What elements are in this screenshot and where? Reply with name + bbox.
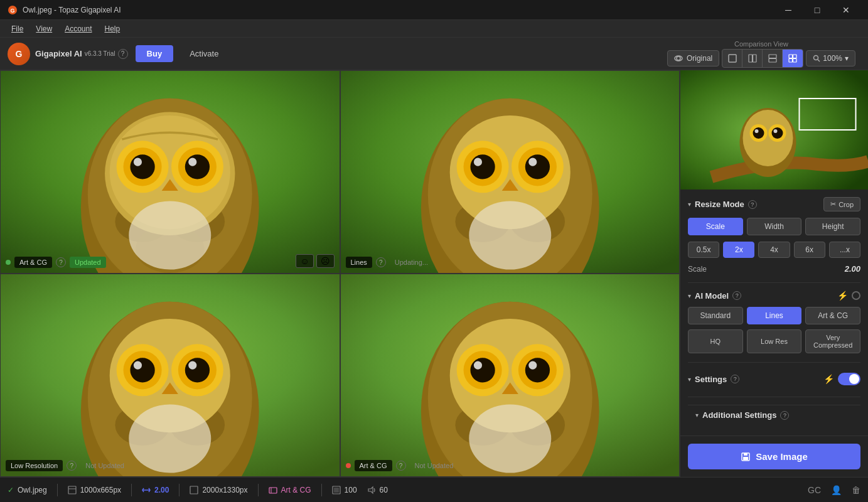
additional-settings-section[interactable]: ▾ Additional Settings ? [688,405,860,425]
cell-1-status: Updated [70,257,106,268]
view-split-v-button[interactable] [763,50,783,67]
window-controls: ─ □ ✕ [774,0,860,20]
title-bar-left: G Owl.jpeg - Topaz Gigapixel AI [8,5,121,15]
crop-button[interactable]: ✂ Crop [823,197,860,211]
close-button[interactable]: ✕ [832,0,860,20]
brand-info: Gigapixel AI v6.3.3 Trial ? [35,49,128,59]
settings-toggle[interactable] [838,373,860,385]
ai-model-header[interactable]: ▾ AI Model ? ⚡ [688,291,860,301]
scale-custom-button[interactable]: ...x [829,242,860,258]
right-panel: ▾ Resize Mode ? ✂ Crop Scale Width Heigh… [680,70,868,477]
svg-point-28 [185,154,210,179]
cell-3-help[interactable]: ? [67,461,77,471]
scale-05x-button[interactable]: 0.5x [688,242,719,258]
svg-rect-97 [190,486,198,494]
title-bar: G Owl.jpeg - Topaz Gigapixel AI ─ □ ✕ [0,0,868,20]
svg-rect-12 [793,58,797,62]
additional-settings-chevron: ▾ [695,412,699,419]
quality-buttons: HQ Low Res Very Compressed [688,329,860,353]
svg-rect-10 [793,55,797,58]
width-button[interactable]: Width [747,218,802,235]
thumbs-down-button[interactable]: ☹ [316,254,335,268]
divider-2 [688,362,860,363]
scale-6x-button[interactable]: 6x [794,242,825,258]
svg-point-77 [473,361,481,370]
artcg-model-button[interactable]: Art & CG [805,307,860,324]
settings-section: ▾ Settings ? ⚡ [688,370,860,388]
divider-1 [688,282,860,283]
view-single-button[interactable] [722,50,742,67]
zoom-chevron: ▾ [845,54,849,63]
scale-button[interactable]: Scale [688,218,743,235]
svg-point-29 [134,158,142,166]
svg-point-45 [473,158,481,166]
buy-button[interactable]: Buy [136,45,174,62]
svg-point-62 [188,361,196,370]
svg-point-78 [528,361,537,370]
svg-rect-5 [749,55,753,62]
lowres-button[interactable]: Low Res [747,329,802,353]
image-cell-2: Lines ? Updating... [340,70,680,274]
model-icon [269,486,277,494]
svg-point-27 [130,154,154,179]
svg-text:G: G [10,8,14,14]
lines-model-button[interactable]: Lines [747,307,802,324]
svg-point-13 [814,55,818,60]
svg-point-75 [470,358,495,382]
trash-icon[interactable]: 🗑 [852,485,860,495]
scale-2x-button[interactable]: 2x [723,242,754,258]
cell-2-help[interactable]: ? [376,257,386,267]
save-image-button[interactable]: Save Image [688,444,860,469]
standard-model-button[interactable]: Standard [688,307,743,324]
cell-1-help[interactable]: ? [56,257,66,267]
menu-file[interactable]: File [5,22,29,36]
svg-rect-4 [729,55,736,62]
activate-button[interactable]: Activate [181,45,227,62]
view-split-h-button[interactable] [742,50,763,67]
zoom-control[interactable]: 100% ▾ [806,50,855,67]
ai-model-title: AI Model [695,291,729,301]
svg-point-44 [525,154,549,179]
settings-help[interactable]: ? [731,375,739,383]
gc-icon[interactable]: GC [808,485,821,495]
output-res-icon [190,486,198,494]
resize-mode-header[interactable]: ▾ Resize Mode ? ✂ Crop [688,197,860,211]
ai-model-help[interactable]: ? [732,291,741,300]
svg-point-80 [469,404,551,473]
header-help-icon[interactable]: ? [118,49,128,59]
resize-mode-chevron: ▾ [688,201,691,208]
svg-point-83 [743,110,793,166]
person-icon[interactable]: 👤 [831,485,842,495]
svg-point-32 [129,201,211,269]
hq-button[interactable]: HQ [688,329,743,353]
bottom-bar: ✓ Owl.jpeg 1000x665px 2.00 2000x1330px A… [0,477,868,502]
check-icon: ✓ [8,486,14,494]
menu-view[interactable]: View [29,22,58,36]
model-display: Art & CG [281,486,311,494]
menu-account[interactable]: Account [58,22,98,36]
additional-settings-help[interactable]: ? [780,411,789,420]
output-resolution: 2000x1330px [190,486,247,494]
menu-help[interactable]: Help [99,22,127,36]
scale-value: 2.00 [845,264,860,274]
minimize-button[interactable]: ─ [774,0,803,20]
original-button[interactable]: Original [667,50,719,67]
cell-3-status: Not Updated [80,460,129,471]
scale-options: 0.5x 2x 4x 6x ...x [688,242,860,258]
owl-svg-2 [341,71,680,273]
resize-mode-help[interactable]: ? [748,200,757,209]
svg-rect-7 [769,55,776,58]
cell-4-help[interactable]: ? [396,461,406,471]
svg-marker-102 [368,487,373,493]
view-quad-button[interactable] [783,50,803,67]
owl-svg-3 [1,274,340,476]
very-compressed-button[interactable]: Very Compressed [805,329,860,353]
cell-2-status: Updating... [390,257,433,268]
height-button[interactable]: Height [805,218,860,235]
scale-4x-button[interactable]: 4x [758,242,790,258]
cell-4-indicator [346,463,351,468]
cell-2-label: Lines ? Updating... [346,257,434,268]
zoom-icon [813,55,820,62]
maximize-button[interactable]: □ [803,0,832,20]
thumbs-up-button[interactable]: ☺ [296,254,313,268]
